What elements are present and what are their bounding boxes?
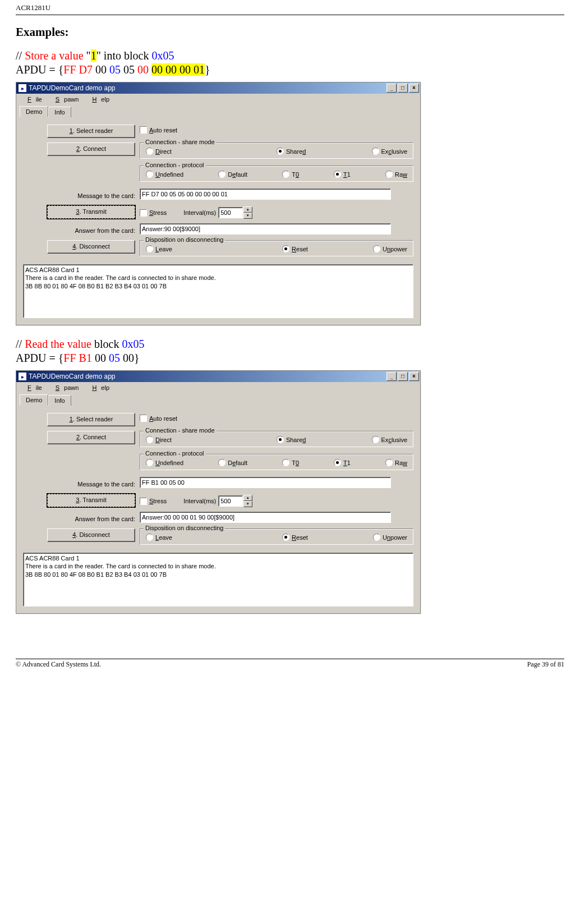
radio-reset[interactable] [282, 534, 289, 541]
radio-undefined[interactable] [146, 171, 153, 178]
examples-heading: Examples: [16, 25, 564, 39]
interval-down[interactable]: ▾ [243, 213, 252, 219]
menu-help[interactable]: Help [83, 383, 114, 392]
titlebar[interactable]: ▸ TAPDUDemoCard demo app _ □ × [16, 371, 420, 382]
message-input[interactable]: FF B1 00 05 00 [140, 477, 391, 488]
close-button[interactable]: × [409, 372, 419, 381]
radio-direct-label: Direct [155, 436, 172, 443]
doc-header: ACR1281U [16, 0, 564, 12]
disconnect-button[interactable]: 4. Disconnect [47, 528, 135, 542]
interval-down[interactable]: ▾ [243, 501, 252, 507]
example2-apdu: APDU = {FF B1 00 05 00} [16, 352, 564, 365]
connect-button[interactable]: 2. Connect [47, 142, 135, 156]
radio-default-label: Default [228, 171, 247, 178]
select-reader-button[interactable]: 1. Select reader [47, 413, 135, 426]
menu-file[interactable]: File [19, 383, 47, 392]
tab-demo[interactable]: Demo [20, 106, 48, 117]
answer-output: Answer:90 00[$9000] [140, 223, 391, 235]
disposition-group: Disposition on disconnecting Leave Reset… [140, 528, 413, 545]
auto-reset-checkbox[interactable] [140, 126, 147, 134]
answer-from-label: Answer from the card: [75, 226, 135, 234]
radio-undefined-label: Undefined [155, 459, 183, 466]
share-mode-label: Connection - share mode [144, 427, 217, 434]
radio-direct[interactable] [146, 148, 153, 155]
radio-direct[interactable] [146, 436, 153, 443]
radio-exclusive[interactable] [372, 148, 379, 155]
radio-raw[interactable] [385, 459, 393, 466]
radio-raw-label: Raw [395, 459, 407, 466]
radio-leave-label: Leave [155, 246, 172, 252]
radio-raw[interactable] [385, 171, 393, 178]
app-icon: ▸ [19, 373, 26, 380]
tab-info[interactable]: Info [48, 395, 71, 406]
interval-input[interactable]: 500 [218, 495, 243, 507]
interval-label: Interval(ms) [183, 498, 216, 504]
stress-label: Stress [149, 498, 167, 504]
radio-default[interactable] [218, 459, 225, 466]
radio-shared[interactable] [277, 148, 284, 155]
menubar: File Spawn Help [16, 94, 420, 105]
radio-reset[interactable] [282, 245, 289, 252]
radio-t1[interactable] [334, 459, 341, 466]
radio-t0-label: T0 [292, 459, 299, 466]
menubar: File Spawn Help [16, 382, 420, 393]
tab-info[interactable]: Info [48, 107, 71, 117]
protocol-group: Connection - protocol Undefined Default … [140, 166, 413, 182]
tab-strip: DemoInfo [20, 394, 417, 405]
minimize-button[interactable]: _ [386, 84, 397, 93]
transmit-button[interactable]: 3. Transmit [47, 205, 135, 219]
auto-reset-checkbox[interactable] [140, 415, 147, 422]
close-button[interactable]: × [409, 84, 419, 93]
radio-unpower[interactable] [373, 245, 380, 252]
radio-default-label: Default [228, 459, 247, 466]
tab-demo[interactable]: Demo [20, 394, 48, 405]
interval-input[interactable]: 500 [218, 207, 243, 218]
radio-t0[interactable] [282, 171, 289, 178]
radio-reset-label: Reset [292, 246, 308, 252]
radio-t1-label: T1 [343, 459, 351, 466]
menu-help[interactable]: Help [83, 95, 114, 104]
transmit-button[interactable]: 3. Transmit [47, 494, 135, 507]
radio-direct-label: Direct [155, 148, 172, 155]
minimize-button[interactable]: _ [386, 372, 397, 381]
message-input[interactable]: FF D7 00 05 05 00 00 00 00 01 [140, 189, 391, 200]
radio-shared[interactable] [277, 436, 284, 443]
menu-spawn[interactable]: Spawn [47, 95, 84, 104]
message-to-label: Message to the card: [77, 479, 135, 488]
disposition-label: Disposition on disconnecting [144, 525, 225, 531]
page-footer: © Advanced Card Systems Ltd. Page 39 of … [16, 659, 564, 674]
radio-undefined[interactable] [146, 459, 153, 466]
radio-default[interactable] [218, 171, 225, 178]
disconnect-button[interactable]: 4. Disconnect [47, 240, 135, 254]
radio-exclusive-label: Exclusive [381, 148, 407, 155]
maximize-button[interactable]: □ [398, 372, 408, 381]
radio-reset-label: Reset [292, 534, 308, 541]
interval-up[interactable]: ▴ [243, 495, 252, 501]
maximize-button[interactable]: □ [398, 84, 408, 93]
menu-file[interactable]: File [19, 95, 47, 104]
app-window-1: ▸ TAPDUDemoCard demo app _ □ × File Spaw… [16, 82, 421, 325]
radio-leave[interactable] [146, 534, 153, 541]
log-output: ACS ACR88 Card 1 There is a card in the … [23, 553, 413, 606]
interval-up[interactable]: ▴ [243, 206, 252, 213]
app-icon: ▸ [19, 84, 26, 92]
footer-right: Page 39 of 81 [527, 660, 564, 669]
protocol-group: Connection - protocol Undefined Default … [140, 454, 413, 470]
auto-reset-label: Auto reset [149, 415, 177, 422]
connect-button[interactable]: 2. Connect [47, 431, 135, 444]
stress-checkbox[interactable] [140, 498, 147, 505]
log-output: ACS ACR88 Card 1 There is a card in the … [23, 264, 413, 318]
radio-t1[interactable] [334, 171, 341, 178]
radio-t0[interactable] [282, 459, 289, 466]
radio-exclusive[interactable] [372, 436, 379, 443]
stress-checkbox[interactable] [140, 209, 147, 217]
menu-spawn[interactable]: Spawn [47, 383, 84, 392]
disposition-group: Disposition on disconnecting Leave Reset… [140, 240, 413, 256]
auto-reset-label: Auto reset [149, 127, 177, 134]
disposition-label: Disposition on disconnecting [144, 236, 225, 243]
titlebar[interactable]: ▸ TAPDUDemoCard demo app _ □ × [16, 82, 420, 94]
message-to-label: Message to the card: [77, 191, 135, 199]
select-reader-button[interactable]: 1. Select reader [47, 125, 135, 138]
radio-leave[interactable] [146, 245, 153, 252]
radio-unpower[interactable] [373, 534, 380, 541]
